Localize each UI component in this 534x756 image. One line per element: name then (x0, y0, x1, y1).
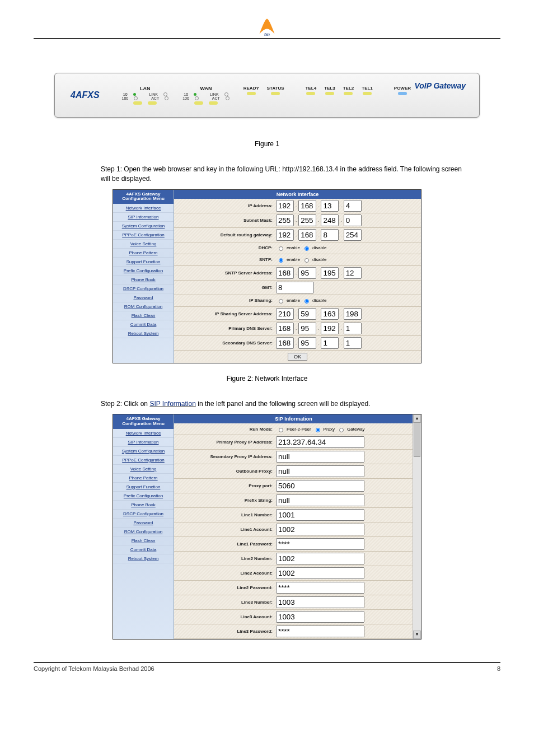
scroll-up-icon[interactable]: ▴ (413, 414, 421, 423)
sidebar-item-pppoe[interactable]: PPPoE Configuration (113, 231, 174, 240)
sntp-2[interactable] (298, 267, 316, 279)
proxy-port-input[interactable] (276, 480, 364, 492)
gw-1[interactable] (276, 229, 294, 241)
pdns-4[interactable] (344, 323, 362, 334)
gmt-input[interactable] (276, 282, 314, 293)
pdns-3[interactable] (321, 323, 339, 334)
sidebar-item-sip[interactable]: SIP Information (113, 213, 174, 222)
sidebar2-item-phone-pattern[interactable]: Phone Pattern (113, 474, 174, 483)
sidebar2-item-pppoe[interactable]: PPPoE Configuration (113, 456, 174, 465)
sidebar2-item-flash[interactable]: Flash Clean (113, 536, 174, 545)
sidebar-item-rom[interactable]: ROM Configuration (113, 302, 174, 311)
status-led-row: READY STATUS TEL4 TEL3 TEL2 TEL1 POWER (243, 86, 411, 95)
sidebar-item-network[interactable]: Network Interface (113, 204, 174, 213)
sidebar2-item-dscp[interactable]: DSCP Configuration (113, 510, 174, 519)
page-header: tm (34, 17, 500, 39)
prefix-string-input[interactable] (276, 494, 364, 506)
sidebar2-item-prefix[interactable]: Prefix Configuration (113, 492, 174, 501)
outbound-proxy-input[interactable] (276, 465, 364, 477)
sidebar2-item-phonebook[interactable]: Phone Book (113, 501, 174, 510)
gw-2[interactable] (298, 229, 316, 241)
sidebar2-item-voice[interactable]: Voice Setting (113, 465, 174, 474)
ipshare-disable-radio[interactable] (305, 299, 309, 304)
pdns-2[interactable] (298, 323, 316, 334)
panel-title-network: Network Interface (174, 190, 421, 199)
sntp-4[interactable] (344, 267, 362, 279)
config-sidebar: 4AFXS Gateway Configuration Menu Network… (113, 190, 174, 363)
ipshare-4[interactable] (344, 308, 362, 320)
sidebar-title-2: 4AFXS Gateway Configuration Menu (113, 414, 174, 429)
sntp-1[interactable] (276, 267, 294, 279)
line3-number-input[interactable] (276, 596, 364, 608)
ip-4[interactable] (344, 200, 362, 212)
scroll-down-icon[interactable]: ▾ (413, 631, 421, 639)
sidebar2-item-password[interactable]: Password (113, 519, 174, 528)
runmode-p2p[interactable] (279, 428, 283, 432)
line1-number-input[interactable] (276, 509, 364, 521)
sidebar2-item-sip[interactable]: SIP Information (113, 438, 174, 447)
sidebar-item-reboot[interactable]: Reboot System (113, 329, 174, 338)
sdns-4[interactable] (344, 337, 362, 349)
sidebar-item-voice[interactable]: Voice Setting (113, 240, 174, 249)
sidebar-item-phone-pattern[interactable]: Phone Pattern (113, 249, 174, 258)
sidebar2-item-system[interactable]: System Configuration (113, 447, 174, 456)
primary-proxy-input[interactable] (276, 436, 364, 448)
ipshare-enable-radio[interactable] (279, 299, 283, 304)
ipshare-3[interactable] (321, 308, 339, 320)
sidebar-title: 4AFXS Gateway Configuration Menu (113, 190, 174, 204)
sdns-3[interactable] (321, 337, 339, 349)
mask-1[interactable] (276, 214, 294, 226)
ip-2[interactable] (298, 200, 316, 212)
sntp-disable-radio[interactable] (305, 258, 309, 263)
runmode-proxy[interactable] (316, 428, 320, 432)
ip-3[interactable] (321, 200, 339, 212)
ipshare-2[interactable] (298, 308, 316, 320)
line3-password-input[interactable] (276, 626, 364, 637)
brand-model: 4AFXS (71, 90, 100, 100)
mask-2[interactable] (298, 214, 316, 226)
sidebar-item-support[interactable]: Support Function (113, 258, 174, 267)
line2-account-input[interactable] (276, 567, 364, 579)
ip-1[interactable] (276, 200, 294, 212)
sidebar-item-password[interactable]: Password (113, 293, 174, 302)
sntp-enable-radio[interactable] (279, 258, 283, 263)
lan-led-group: LAN 10 LINK 100 ACT (122, 86, 169, 105)
runmode-gateway[interactable] (339, 428, 344, 432)
sdns-1[interactable] (276, 337, 294, 349)
dhcp-enable-radio[interactable] (279, 246, 283, 251)
sidebar-item-prefix[interactable]: Prefix Configuration (113, 267, 174, 276)
sidebar-item-commit[interactable]: Commit Data (113, 320, 174, 329)
sntp-3[interactable] (321, 267, 339, 279)
line1-password-input[interactable] (276, 538, 364, 550)
vertical-scrollbar[interactable]: ▴ ▾ (413, 414, 421, 639)
mask-4[interactable] (344, 214, 362, 226)
secondary-proxy-input[interactable] (276, 451, 364, 463)
sidebar-item-dscp[interactable]: DSCP Configuration (113, 284, 174, 293)
gw-4[interactable] (344, 229, 362, 241)
screenshot-sip-information: 4AFXS Gateway Configuration Menu Network… (113, 414, 421, 640)
svg-text:tm: tm (264, 32, 270, 37)
step1-text: Step 1: Open the web browser and key in … (101, 165, 467, 184)
sidebar2-item-network[interactable]: Network Interface (113, 429, 174, 438)
ok-button[interactable]: OK (288, 353, 307, 361)
gw-3[interactable] (321, 229, 339, 241)
sidebar-item-phonebook[interactable]: Phone Book (113, 276, 174, 284)
dhcp-disable-radio[interactable] (305, 246, 309, 251)
line2-password-input[interactable] (276, 582, 364, 594)
scroll-thumb[interactable] (414, 422, 420, 457)
sidebar-item-flash[interactable]: Flash Clean (113, 311, 174, 320)
sidebar2-item-rom[interactable]: ROM Configuration (113, 528, 174, 536)
sidebar2-item-support[interactable]: Support Function (113, 483, 174, 492)
sip-information-link: SIP Information (149, 400, 196, 408)
sdns-2[interactable] (298, 337, 316, 349)
mask-3[interactable] (321, 214, 339, 226)
sidebar2-item-reboot[interactable]: Reboot System (113, 554, 174, 563)
pdns-1[interactable] (276, 323, 294, 334)
line2-number-input[interactable] (276, 553, 364, 564)
ipshare-1[interactable] (276, 308, 294, 320)
line3-account-input[interactable] (276, 611, 364, 623)
footer-page-number: 8 (497, 665, 500, 672)
sidebar-item-system[interactable]: System Configuration (113, 222, 174, 231)
sidebar2-item-commit[interactable]: Commit Data (113, 545, 174, 554)
line1-account-input[interactable] (276, 524, 364, 535)
